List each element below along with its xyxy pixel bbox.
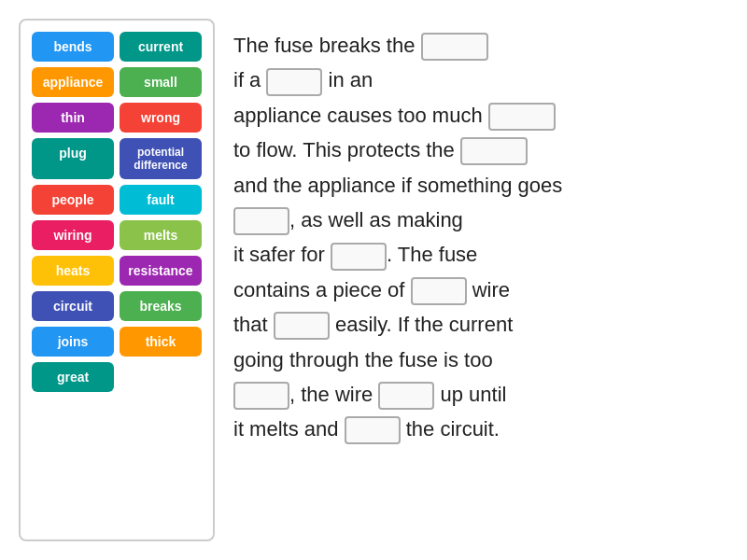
text-segment-5: to flow. This protects the (233, 138, 460, 161)
blank-8[interactable] (274, 312, 330, 340)
word-melts[interactable]: melts (120, 220, 202, 250)
blank-5[interactable] (233, 207, 289, 235)
word-bends[interactable]: bends (32, 32, 114, 62)
word-plug[interactable]: plug (32, 138, 114, 179)
word-breaks[interactable]: breaks (120, 291, 202, 321)
blank-1[interactable] (421, 33, 488, 61)
text-segment-15: , the wire (289, 383, 378, 406)
text-segment-3: in an (322, 68, 373, 91)
text-segment-16: up until (434, 383, 506, 406)
text-segment-17: it melts and (233, 417, 345, 441)
text-segment-11: wire (467, 278, 510, 301)
word-people[interactable]: people (32, 185, 114, 215)
text-segment-13: easily. If the current (330, 313, 513, 336)
main-container: bends current appliance small thin wrong… (0, 0, 747, 560)
word-small[interactable]: small (120, 67, 202, 97)
text-segment-7: , as well as making (289, 208, 463, 231)
text-segment-8: it safer for (233, 243, 331, 266)
blank-3[interactable] (488, 103, 556, 131)
word-joins[interactable]: joins (32, 327, 114, 357)
word-wiring[interactable]: wiring (32, 220, 114, 250)
passage-area: The fuse breaks the if a in an appliance… (233, 19, 728, 541)
text-segment-9: . The fuse (387, 243, 477, 266)
word-heats[interactable]: heats (32, 256, 114, 286)
word-wrong[interactable]: wrong (120, 103, 202, 133)
text-segment-12: that (233, 313, 274, 336)
blank-2[interactable] (266, 68, 322, 96)
word-thin[interactable]: thin (32, 103, 114, 133)
blank-11[interactable] (345, 416, 401, 444)
text-segment-1: The fuse breaks the (233, 34, 421, 57)
word-current[interactable]: current (120, 32, 202, 62)
word-potential-difference[interactable]: potential difference (120, 138, 202, 179)
word-fault[interactable]: fault (120, 185, 202, 215)
text-segment-10: contains a piece of (233, 278, 411, 301)
text-segment-18: the circuit. (401, 417, 500, 441)
word-great[interactable]: great (32, 362, 114, 392)
blank-6[interactable] (331, 243, 387, 271)
word-bank: bends current appliance small thin wrong… (19, 19, 215, 541)
word-resistance[interactable]: resistance (120, 256, 202, 286)
blank-7[interactable] (411, 277, 467, 305)
blank-4[interactable] (460, 137, 528, 165)
word-thick[interactable]: thick (120, 327, 202, 357)
word-circuit[interactable]: circuit (32, 291, 114, 321)
word-appliance[interactable]: appliance (32, 67, 114, 97)
text-segment-6: and the appliance if something goes (233, 174, 562, 197)
blank-9[interactable] (233, 382, 289, 410)
blank-10[interactable] (378, 382, 434, 410)
text-segment-14: going through the fuse is too (233, 348, 493, 371)
text-segment-4: appliance causes too much (233, 104, 488, 127)
text-segment-2: if a (233, 68, 266, 91)
